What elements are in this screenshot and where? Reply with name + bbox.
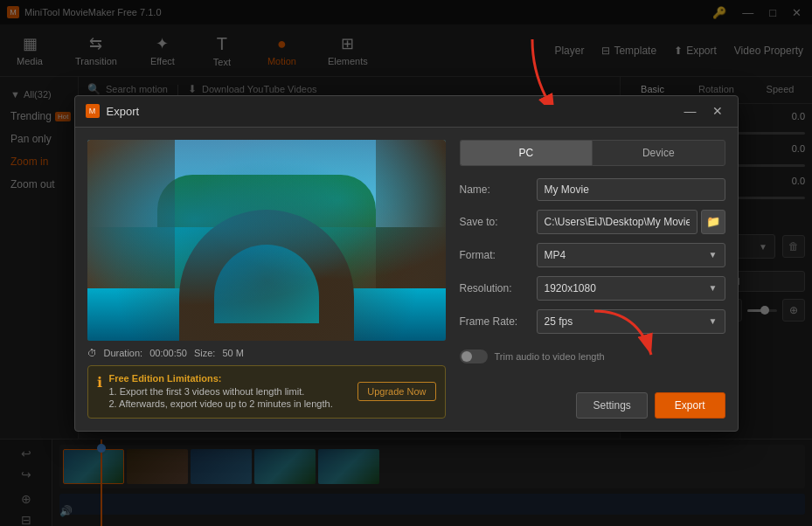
- size-label: Size:: [194, 348, 215, 358]
- modal-titlebar: M Export — ✕: [75, 96, 738, 128]
- size-value: 50 M: [222, 348, 243, 358]
- resolution-label: Resolution:: [460, 282, 530, 294]
- preview-overlay: [87, 140, 446, 341]
- duration-icon: ⏱: [87, 348, 97, 358]
- settings-button[interactable]: Settings: [576, 392, 647, 419]
- browse-button[interactable]: 📁: [701, 210, 725, 234]
- tab-pc[interactable]: PC: [460, 140, 593, 166]
- warning-title: Free Edition Limitations:: [109, 373, 351, 384]
- warning-icon: ℹ: [97, 374, 102, 411]
- name-row: Name:: [460, 178, 725, 201]
- name-label: Name:: [460, 183, 530, 196]
- format-arrow-icon: ▼: [709, 250, 718, 260]
- warning-box: ℹ Free Edition Limitations: 1. Export th…: [87, 365, 446, 419]
- folder-icon: 📁: [706, 215, 720, 228]
- framerate-row: Frame Rate: 25 fps ▼: [460, 309, 725, 334]
- trim-toggle[interactable]: [460, 350, 488, 363]
- format-value: MP4: [545, 249, 566, 261]
- modal-body: ⏱ Duration: 00:00:50 Size: 50 M ℹ Free E…: [75, 128, 738, 431]
- warning-line-1: 1. Export the first 3 videos without len…: [109, 386, 351, 397]
- toggle-knob: [462, 351, 472, 362]
- preview-image: [87, 140, 446, 341]
- framerate-label: Frame Rate:: [460, 315, 530, 328]
- saveto-field-wrapper: 📁: [537, 210, 725, 234]
- modal-minimize-btn[interactable]: —: [680, 102, 701, 120]
- resolution-arrow-icon: ▼: [709, 283, 718, 293]
- format-select[interactable]: MP4 ▼: [537, 243, 725, 267]
- modal-settings: PC Device Name: Save to: �: [460, 140, 725, 419]
- resolution-row: Resolution: 1920x1080 ▼: [460, 276, 725, 301]
- upgrade-button[interactable]: Upgrade Now: [357, 382, 435, 401]
- duration-label: Duration:: [104, 348, 143, 358]
- resolution-select[interactable]: 1920x1080 ▼: [537, 276, 725, 301]
- tab-device[interactable]: Device: [592, 140, 725, 166]
- saveto-input[interactable]: [537, 210, 697, 234]
- name-input[interactable]: [537, 178, 725, 201]
- export-button[interactable]: Export: [655, 392, 725, 419]
- warning-line-2: 2. Afterwards, export video up to 2 minu…: [109, 398, 351, 409]
- format-row: Format: MP4 ▼: [460, 243, 725, 267]
- modal-overlay: M Export — ✕: [0, 0, 812, 526]
- saveto-label: Save to:: [460, 216, 530, 228]
- export-modal: M Export — ✕: [74, 95, 739, 432]
- format-label: Format:: [460, 249, 530, 261]
- warning-text: Free Edition Limitations: 1. Export the …: [109, 373, 351, 411]
- modal-title-left: M Export: [86, 104, 140, 118]
- trim-row: Trim audio to video length: [460, 350, 725, 363]
- modal-close-btn[interactable]: ✕: [708, 102, 727, 120]
- modal-app-icon: M: [86, 104, 100, 118]
- saveto-row: Save to: 📁: [460, 210, 725, 234]
- modal-controls: — ✕: [680, 102, 727, 120]
- trim-label: Trim audio to video length: [495, 351, 605, 362]
- duration-value: 00:00:50: [149, 348, 187, 358]
- modal-preview: ⏱ Duration: 00:00:50 Size: 50 M ℹ Free E…: [87, 140, 446, 419]
- framerate-select[interactable]: 25 fps ▼: [537, 309, 725, 334]
- framerate-value: 25 fps: [545, 315, 573, 328]
- resolution-value: 1920x1080: [545, 282, 596, 294]
- modal-footer: Settings Export: [460, 380, 725, 419]
- preview-info: ⏱ Duration: 00:00:50 Size: 50 M: [87, 341, 446, 362]
- framerate-arrow-icon: ▼: [709, 316, 718, 326]
- export-tabs: PC Device: [460, 140, 725, 166]
- modal-title: Export: [107, 105, 140, 118]
